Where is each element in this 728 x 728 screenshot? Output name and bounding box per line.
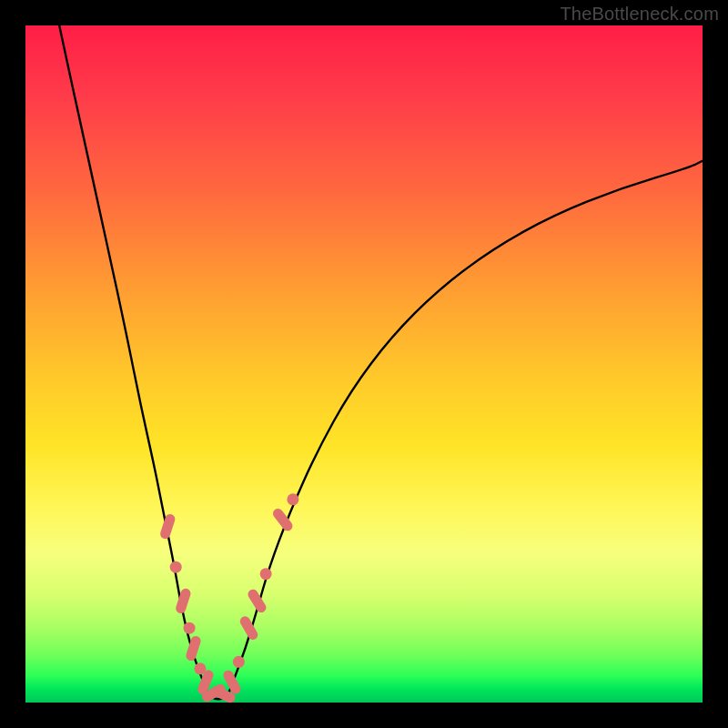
curve-markers-group [159, 493, 299, 704]
curve-marker [238, 614, 260, 642]
curve-marker [260, 568, 272, 580]
curve-marker [233, 656, 245, 668]
curve-marker [287, 493, 298, 505]
curve-marker [175, 587, 192, 614]
curve-marker [159, 513, 177, 541]
curve-marker [184, 622, 196, 634]
watermark-text: TheBottleneck.com [560, 4, 719, 25]
bottleneck-curve [59, 25, 703, 699]
curve-svg [25, 25, 703, 703]
curve-marker [185, 634, 202, 662]
curve-path-group [59, 25, 703, 699]
curve-marker [170, 561, 182, 573]
plot-area [25, 25, 703, 703]
curve-marker [246, 588, 268, 615]
chart-frame: TheBottleneck.com [0, 0, 728, 728]
